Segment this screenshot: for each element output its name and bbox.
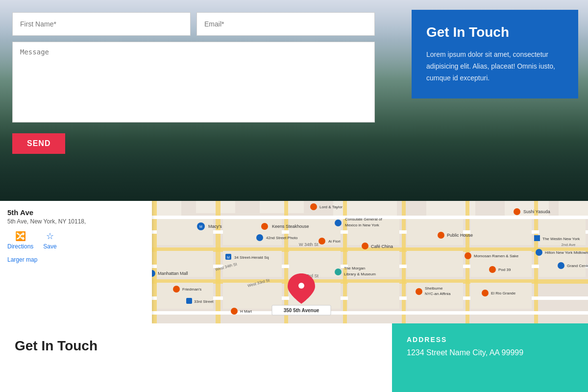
larger-map-link[interactable]: Larger map [7,256,37,263]
svg-rect-23 [223,219,282,245]
svg-point-86 [489,266,496,273]
svg-rect-7 [559,201,588,216]
hero-section: SEND Get In Touch Lorem ipsum dolor sit … [0,0,588,201]
svg-text:Keens Steakhouse: Keens Steakhouse [272,224,309,229]
location-address: 5th Ave, New York, NY 10118, [7,218,145,225]
svg-point-94 [536,249,542,256]
first-name-input[interactable] [12,12,191,36]
svg-point-55 [256,234,263,241]
svg-rect-21 [152,311,588,315]
svg-text:M: M [227,256,230,259]
svg-text:42nd Street Photo: 42nd Street Photo [266,236,298,240]
svg-text:Pod 39: Pod 39 [498,268,511,272]
svg-point-72 [335,269,342,275]
svg-rect-27 [470,219,532,245]
svg-point-64 [438,232,444,239]
bottom-left: Get In Touch [0,323,392,392]
svg-text:Ai Fiori: Ai Fiori [328,239,341,244]
bottom-right: ADDRESS 1234 Street Name City, AA 99999 [392,323,588,392]
svg-point-50 [335,220,342,226]
svg-rect-9 [216,201,220,323]
svg-text:Library & Museum: Library & Museum [344,272,376,276]
svg-text:Friedman's: Friedman's [182,287,201,292]
svg-rect-13 [466,201,469,323]
svg-point-53 [514,208,520,215]
svg-rect-82 [186,298,192,304]
svg-point-92 [310,203,317,210]
svg-text:The Westin New York: The Westin New York [542,237,580,241]
bottom-section: Get In Touch ADDRESS 1234 Street Name Ci… [0,323,588,392]
svg-point-102 [298,283,304,289]
save-button[interactable]: ☆ Save [43,231,56,250]
svg-rect-33 [407,251,463,277]
svg-text:Manhattan Mall: Manhattan Mall [158,271,188,276]
svg-text:34 Street-Herald Sq: 34 Street-Herald Sq [234,255,269,260]
directions-icon: 🔀 [15,231,26,242]
svg-text:Sushi Yasuda: Sushi Yasuda [523,209,550,214]
svg-text:350 5th Avenue: 350 5th Avenue [284,308,319,313]
contact-form: SEND [0,0,387,154]
svg-text:33rd Street: 33rd Street [194,299,214,304]
svg-text:Lord & Taylor: Lord & Taylor [319,205,343,209]
bottom-title: Get In Touch [15,338,377,354]
svg-text:Macy's: Macy's [208,224,222,229]
save-label: Save [43,243,56,250]
svg-text:Shelburne: Shelburne [425,286,443,291]
svg-point-96 [558,262,564,269]
get-in-touch-card: Get In Touch Lorem ipsum dolor sit amet,… [412,10,578,98]
svg-rect-36 [157,283,213,309]
svg-rect-66 [534,235,540,241]
svg-text:Mexico in New York: Mexico in New York [345,223,380,227]
directions-button[interactable]: 🔀 Directions [7,231,33,250]
svg-rect-26 [407,219,463,245]
svg-rect-28 [539,219,586,245]
form-top-row [12,12,375,36]
svg-text:Grand Central: Grand Central [567,264,588,268]
location-name: 5th Ave [7,208,145,217]
svg-point-68 [465,252,471,259]
svg-rect-39 [348,283,399,309]
address-value: 1234 Street Name City, AA 99999 [407,348,573,357]
svg-point-77 [416,288,422,295]
send-button[interactable]: SEND [12,133,65,154]
svg-point-90 [231,308,238,315]
svg-point-48 [261,223,268,230]
directions-label: Directions [7,243,33,250]
svg-rect-3 [260,201,304,213]
email-input[interactable] [196,12,375,36]
message-textarea[interactable] [12,42,375,122]
svg-text:Public House: Public House [447,233,473,238]
address-label: ADDRESS [407,336,573,343]
svg-text:M: M [199,225,202,228]
map-section: 5th Ave 5th Ave, New York, NY 10118, 🔀 D… [0,201,588,323]
card-title: Get In Touch [426,24,564,40]
svg-text:NYC-an Affinia: NYC-an Affinia [425,292,451,296]
save-icon: ☆ [46,231,54,242]
svg-point-59 [362,243,368,249]
svg-text:Consulate General of: Consulate General of [345,217,382,221]
card-body: Lorem ipsum dolor sit amet, consectetur … [426,49,564,84]
svg-point-57 [318,238,325,245]
svg-text:Café China: Café China [371,244,393,249]
map-sidebar: 5th Ave 5th Ave, New York, NY 10118, 🔀 D… [0,201,152,323]
svg-text:Hilton New York Midtown: Hilton New York Midtown [545,250,588,255]
svg-rect-41 [470,283,532,309]
svg-text:El Rio Grande: El Rio Grande [491,291,516,295]
svg-text:Momosan Ramen & Sake: Momosan Ramen & Sake [474,254,519,258]
map-actions: 🔀 Directions ☆ Save [7,231,145,250]
svg-text:2nd Ave: 2nd Ave [562,243,576,247]
svg-rect-14 [534,201,538,323]
svg-rect-12 [402,201,406,323]
svg-text:The Morgan: The Morgan [344,266,365,270]
svg-text:H Mart: H Mart [240,309,252,314]
svg-text:W 34th St: W 34th St [299,242,318,247]
svg-rect-8 [152,201,157,323]
svg-rect-22 [157,219,213,245]
svg-point-80 [173,286,180,293]
svg-point-84 [482,290,489,296]
